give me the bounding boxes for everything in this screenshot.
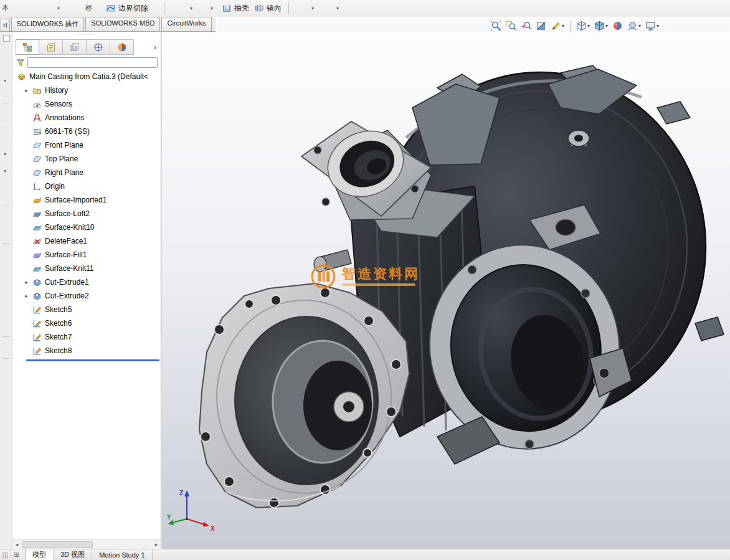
partial-tab[interactable]: rt [1, 19, 10, 31]
expand-arrow-icon[interactable]: ▸ [24, 87, 29, 93]
history-icon [32, 86, 42, 95]
surfloft-icon [32, 209, 42, 219]
display-style-button[interactable]: ▾ [594, 21, 608, 31]
left-toolbar-separator [2, 358, 9, 359]
view-orientation-button[interactable]: ▾ [576, 21, 590, 31]
tree-item-surface-knit10[interactable]: Surface-Knit10 [12, 221, 161, 234]
edit-appearance-button[interactable] [612, 21, 623, 31]
expand-arrow-icon[interactable]: ▸ [24, 279, 29, 285]
grid-icon[interactable]: ⊞ [11, 549, 22, 560]
watermark: 智造资料网 [310, 263, 420, 290]
scrollbar-track[interactable] [22, 541, 151, 548]
rollback-bar[interactable] [26, 359, 159, 361]
bottom-tab-3d[interactable]: 3D 视图 [54, 549, 92, 560]
tree-item-history[interactable]: ▸History [12, 83, 161, 97]
section-view-button[interactable] [536, 21, 546, 31]
displaymanager-tab[interactable] [110, 39, 134, 55]
3d-model[interactable] [162, 32, 730, 549]
tree-item-label: Annotations [45, 113, 84, 122]
tab-solidworks[interactable]: SOLIDWORKS 插件 [11, 17, 85, 31]
tab-solidworks-mbd[interactable]: SOLIDWORKS MBD [85, 17, 160, 31]
scroll-right-arrow[interactable]: ▸ [152, 541, 161, 548]
dropdown-arrow-icon[interactable]: ▾ [57, 6, 60, 11]
bottom-tab-motion-study-1[interactable]: Motion Study 1 [92, 549, 152, 560]
watermark-title: 智造资料网 [342, 267, 420, 281]
left-toolbar-separator [2, 206, 9, 206]
left-toolbar-dropdown-icon[interactable]: ▾ [4, 168, 6, 174]
tree-item-cut-extrude1[interactable]: ▸Cut-Extrude1 [12, 275, 161, 289]
tree-item-top-plane[interactable]: Top Plane [12, 152, 161, 166]
graphics-area[interactable]: 智造资料网 Z Y X [162, 32, 730, 549]
tree-item-surface-imported1[interactable]: Surface-Imported1 [12, 193, 161, 207]
tree-item-origin[interactable]: Origin [12, 179, 161, 193]
apply-scene-button[interactable]: ▾ [627, 21, 641, 31]
dropdown-arrow-icon[interactable]: ▾ [336, 6, 339, 11]
annot-icon [32, 113, 42, 123]
dropdown-arrow-icon[interactable]: ▾ [311, 6, 314, 11]
dimxpertmanager-tab[interactable] [87, 39, 110, 55]
tree-item-deleteface1[interactable]: DeleteFace1 [12, 234, 161, 248]
tree-root-item[interactable]: Main Casting from Catia.3 (Default< [12, 70, 161, 83]
propertymanager-tab[interactable] [39, 39, 63, 55]
left-toolbar-dropdown-icon[interactable]: ▾ [4, 151, 6, 157]
dropdown-arrow-icon[interactable]: ▾ [605, 23, 608, 29]
tree-item-cut-extrude2[interactable]: ▸Cut-Extrude2 [12, 289, 161, 303]
tree-item-sketch8[interactable]: Sketch8 [12, 344, 161, 358]
bottom-tab-[interactable]: 模型 [25, 549, 54, 560]
left-toolbar-button[interactable] [3, 35, 10, 42]
tree-item-annotations[interactable]: Annotations [12, 111, 161, 125]
triad-z-label: Z [179, 490, 183, 496]
edit-appearance-icon [612, 21, 623, 31]
filter-input[interactable] [27, 57, 158, 68]
tree-item-surface-fill1[interactable]: Surface-Fill1 [12, 248, 161, 262]
boundary-cut-button[interactable]: 边界切除 [103, 1, 151, 15]
tree-item-surface-knit11[interactable]: Surface-Knit11 [12, 262, 161, 275]
bottom-tabs: 模型3D 视图Motion Study 1 [25, 549, 153, 560]
mirror-button[interactable]: 镜向 [252, 1, 284, 15]
dropdown-arrow-icon[interactable]: ▾ [190, 6, 192, 11]
dropdown-arrow-icon[interactable]: ▾ [638, 23, 641, 29]
shell-button[interactable]: 抽壳 [219, 1, 252, 15]
tree-item-front-plane[interactable]: Front Plane [12, 138, 161, 152]
panel-horizontal-scrollbar[interactable]: ◂ ▸ [12, 539, 161, 549]
expand-arrow-icon[interactable]: ▸ [24, 293, 29, 299]
toolbar-fragment[interactable]: 标 [85, 3, 92, 12]
panel-drag-handle[interactable]: ····· [12, 32, 161, 39]
scroll-left-arrow[interactable]: ◂ [12, 541, 21, 548]
panel-flyout-arrow[interactable]: › [151, 42, 159, 52]
propertymanager-icon [46, 42, 56, 52]
toolbar-fragment[interactable]: 本 [2, 3, 9, 12]
tree-item-sketch5[interactable]: Sketch5 [12, 303, 161, 316]
cut-icon [32, 292, 42, 301]
left-toolbar-separator [2, 103, 9, 103]
left-toolbar-dropdown-icon[interactable]: ▾ [4, 78, 6, 83]
dropdown-arrow-icon[interactable]: ▾ [657, 23, 659, 29]
zoom-to-area-button[interactable] [506, 21, 516, 31]
dropdown-arrow-icon[interactable]: ▾ [587, 23, 590, 29]
tab-circuitworks[interactable]: CircuitWorks [161, 17, 211, 31]
scrollbar-thumb[interactable] [22, 541, 93, 548]
view-settings-button[interactable]: ▾ [645, 21, 659, 31]
zoom-to-fit-button[interactable] [491, 21, 501, 31]
dropdown-arrow-icon[interactable]: ▾ [562, 23, 564, 29]
view-settings-icon [645, 21, 656, 31]
filter-icon [16, 59, 25, 67]
dynamic-annotation-views-button[interactable]: ▾ [551, 21, 564, 31]
headsup-separator [570, 21, 571, 31]
triad-y-label: Y [167, 514, 171, 521]
tree-item-surface-loft2[interactable]: Surface-Loft2 [12, 207, 161, 221]
dropdown-arrow-icon[interactable]: ▾ [211, 6, 213, 11]
tree-item-label: Surface-Knit10 [45, 223, 94, 232]
tree-item-right-plane[interactable]: Right Plane [12, 166, 161, 179]
tree-item-6061-t6-ss[interactable]: 6061-T6 (SS) [12, 125, 161, 138]
tree-item-sketch6[interactable]: Sketch6 [12, 316, 161, 330]
zoom-to-fit-icon [491, 21, 501, 31]
featuremanager-tab[interactable] [16, 39, 39, 55]
surfknit-icon [32, 264, 42, 273]
pane-icon[interactable]: ◫ [0, 549, 11, 560]
boundary-cut-icon [106, 3, 116, 13]
configurationmanager-tab[interactable] [63, 39, 87, 55]
previous-view-button[interactable] [521, 21, 531, 31]
tree-item-sketch7[interactable]: Sketch7 [12, 330, 161, 344]
tree-item-sensors[interactable]: Sensors [12, 97, 161, 111]
